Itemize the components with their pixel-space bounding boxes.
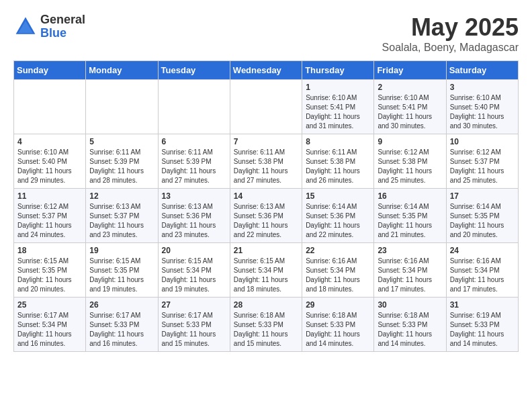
day-number: 2 <box>378 83 442 92</box>
calendar-cell <box>230 80 302 134</box>
calendar-week-row: 1Sunrise: 6:10 AM Sunset: 5:41 PM Daylig… <box>14 80 519 134</box>
day-number: 24 <box>450 246 515 255</box>
location: Soalala, Boeny, Madagascar <box>382 42 519 54</box>
day-info: Sunrise: 6:15 AM Sunset: 5:35 PM Dayligh… <box>17 257 82 294</box>
day-info: Sunrise: 6:11 AM Sunset: 5:39 PM Dayligh… <box>162 148 226 185</box>
day-number: 4 <box>17 137 82 146</box>
day-number: 1 <box>306 83 370 92</box>
calendar-cell: 1Sunrise: 6:10 AM Sunset: 5:41 PM Daylig… <box>302 80 374 134</box>
logo-blue-text: Blue <box>40 27 85 40</box>
calendar-header-row: SundayMondayTuesdayWednesdayThursdayFrid… <box>14 61 519 80</box>
day-info: Sunrise: 6:17 AM Sunset: 5:33 PM Dayligh… <box>89 311 154 349</box>
logo-icon <box>13 15 38 39</box>
day-info: Sunrise: 6:18 AM Sunset: 5:33 PM Dayligh… <box>306 311 370 349</box>
calendar-cell <box>14 80 86 134</box>
day-number: 10 <box>450 137 515 146</box>
day-info: Sunrise: 6:10 AM Sunset: 5:40 PM Dayligh… <box>450 93 515 131</box>
day-number: 20 <box>162 246 226 255</box>
day-number: 19 <box>89 246 154 255</box>
calendar-cell: 23Sunrise: 6:16 AM Sunset: 5:34 PM Dayli… <box>374 243 446 298</box>
day-number: 11 <box>17 191 82 201</box>
title-block: May 2025 Soalala, Boeny, Madagascar <box>382 13 519 54</box>
calendar-cell: 31Sunrise: 6:19 AM Sunset: 5:33 PM Dayli… <box>446 298 518 352</box>
day-number: 26 <box>89 300 154 310</box>
day-info: Sunrise: 6:11 AM Sunset: 5:38 PM Dayligh… <box>234 148 298 185</box>
day-info: Sunrise: 6:15 AM Sunset: 5:34 PM Dayligh… <box>234 257 298 294</box>
calendar-cell: 18Sunrise: 6:15 AM Sunset: 5:35 PM Dayli… <box>14 243 86 298</box>
logo-general-text: General <box>40 13 85 27</box>
day-info: Sunrise: 6:12 AM Sunset: 5:37 PM Dayligh… <box>17 202 82 240</box>
calendar-cell: 19Sunrise: 6:15 AM Sunset: 5:35 PM Dayli… <box>86 243 158 298</box>
day-header-tuesday: Tuesday <box>158 61 230 80</box>
calendar-cell: 4Sunrise: 6:10 AM Sunset: 5:40 PM Daylig… <box>14 134 86 189</box>
day-info: Sunrise: 6:17 AM Sunset: 5:34 PM Dayligh… <box>17 311 82 349</box>
calendar-cell: 9Sunrise: 6:12 AM Sunset: 5:38 PM Daylig… <box>374 134 446 189</box>
day-info: Sunrise: 6:16 AM Sunset: 5:34 PM Dayligh… <box>450 257 515 294</box>
calendar-cell: 7Sunrise: 6:11 AM Sunset: 5:38 PM Daylig… <box>230 134 302 189</box>
page-header: General Blue May 2025 Soalala, Boeny, Ma… <box>13 13 519 54</box>
day-info: Sunrise: 6:14 AM Sunset: 5:35 PM Dayligh… <box>450 202 515 240</box>
day-number: 6 <box>162 137 226 146</box>
day-number: 16 <box>378 191 442 201</box>
calendar-cell: 13Sunrise: 6:13 AM Sunset: 5:36 PM Dayli… <box>158 189 230 243</box>
day-info: Sunrise: 6:13 AM Sunset: 5:36 PM Dayligh… <box>162 202 226 240</box>
calendar-cell <box>158 80 230 134</box>
day-info: Sunrise: 6:11 AM Sunset: 5:38 PM Dayligh… <box>306 148 370 185</box>
calendar-cell: 8Sunrise: 6:11 AM Sunset: 5:38 PM Daylig… <box>302 134 374 189</box>
day-number: 17 <box>450 191 515 201</box>
calendar-week-row: 18Sunrise: 6:15 AM Sunset: 5:35 PM Dayli… <box>14 243 519 298</box>
calendar-cell: 15Sunrise: 6:14 AM Sunset: 5:36 PM Dayli… <box>302 189 374 243</box>
calendar-cell: 30Sunrise: 6:18 AM Sunset: 5:33 PM Dayli… <box>374 298 446 352</box>
day-header-sunday: Sunday <box>14 61 86 80</box>
day-info: Sunrise: 6:18 AM Sunset: 5:33 PM Dayligh… <box>234 311 298 349</box>
day-number: 5 <box>89 137 154 146</box>
calendar-cell: 11Sunrise: 6:12 AM Sunset: 5:37 PM Dayli… <box>14 189 86 243</box>
calendar-cell: 6Sunrise: 6:11 AM Sunset: 5:39 PM Daylig… <box>158 134 230 189</box>
calendar-cell: 16Sunrise: 6:14 AM Sunset: 5:35 PM Dayli… <box>374 189 446 243</box>
day-info: Sunrise: 6:12 AM Sunset: 5:37 PM Dayligh… <box>450 148 515 185</box>
day-number: 14 <box>234 191 298 201</box>
day-info: Sunrise: 6:19 AM Sunset: 5:33 PM Dayligh… <box>450 311 515 349</box>
day-info: Sunrise: 6:10 AM Sunset: 5:40 PM Dayligh… <box>17 148 82 185</box>
day-header-thursday: Thursday <box>302 61 374 80</box>
day-info: Sunrise: 6:13 AM Sunset: 5:37 PM Dayligh… <box>89 202 154 240</box>
calendar-cell <box>86 80 158 134</box>
day-number: 31 <box>450 300 515 310</box>
calendar-cell: 27Sunrise: 6:17 AM Sunset: 5:33 PM Dayli… <box>158 298 230 352</box>
calendar-cell: 12Sunrise: 6:13 AM Sunset: 5:37 PM Dayli… <box>86 189 158 243</box>
day-number: 15 <box>306 191 370 201</box>
calendar-cell: 24Sunrise: 6:16 AM Sunset: 5:34 PM Dayli… <box>446 243 518 298</box>
calendar-cell: 20Sunrise: 6:15 AM Sunset: 5:34 PM Dayli… <box>158 243 230 298</box>
day-info: Sunrise: 6:13 AM Sunset: 5:36 PM Dayligh… <box>234 202 298 240</box>
day-info: Sunrise: 6:12 AM Sunset: 5:38 PM Dayligh… <box>378 148 442 185</box>
day-info: Sunrise: 6:10 AM Sunset: 5:41 PM Dayligh… <box>306 93 370 131</box>
day-number: 21 <box>234 246 298 255</box>
calendar-cell: 14Sunrise: 6:13 AM Sunset: 5:36 PM Dayli… <box>230 189 302 243</box>
calendar-week-row: 11Sunrise: 6:12 AM Sunset: 5:37 PM Dayli… <box>14 189 519 243</box>
day-info: Sunrise: 6:14 AM Sunset: 5:36 PM Dayligh… <box>306 202 370 240</box>
calendar-cell: 22Sunrise: 6:16 AM Sunset: 5:34 PM Dayli… <box>302 243 374 298</box>
day-number: 29 <box>306 300 370 310</box>
day-info: Sunrise: 6:16 AM Sunset: 5:34 PM Dayligh… <box>378 257 442 294</box>
day-info: Sunrise: 6:16 AM Sunset: 5:34 PM Dayligh… <box>306 257 370 294</box>
day-number: 22 <box>306 246 370 255</box>
day-header-friday: Friday <box>374 61 446 80</box>
day-info: Sunrise: 6:17 AM Sunset: 5:33 PM Dayligh… <box>162 311 226 349</box>
calendar-cell: 28Sunrise: 6:18 AM Sunset: 5:33 PM Dayli… <box>230 298 302 352</box>
calendar-cell: 2Sunrise: 6:10 AM Sunset: 5:41 PM Daylig… <box>374 80 446 134</box>
day-number: 28 <box>234 300 298 310</box>
day-number: 3 <box>450 83 515 92</box>
calendar-week-row: 25Sunrise: 6:17 AM Sunset: 5:34 PM Dayli… <box>14 298 519 352</box>
day-number: 8 <box>306 137 370 146</box>
calendar-cell: 21Sunrise: 6:15 AM Sunset: 5:34 PM Dayli… <box>230 243 302 298</box>
calendar-cell: 26Sunrise: 6:17 AM Sunset: 5:33 PM Dayli… <box>86 298 158 352</box>
day-number: 30 <box>378 300 442 310</box>
calendar-cell: 5Sunrise: 6:11 AM Sunset: 5:39 PM Daylig… <box>86 134 158 189</box>
day-number: 7 <box>234 137 298 146</box>
calendar-table: SundayMondayTuesdayWednesdayThursdayFrid… <box>13 60 519 352</box>
calendar-cell: 25Sunrise: 6:17 AM Sunset: 5:34 PM Dayli… <box>14 298 86 352</box>
day-info: Sunrise: 6:14 AM Sunset: 5:35 PM Dayligh… <box>378 202 442 240</box>
day-number: 18 <box>17 246 82 255</box>
day-info: Sunrise: 6:10 AM Sunset: 5:41 PM Dayligh… <box>378 93 442 131</box>
day-number: 25 <box>17 300 82 310</box>
